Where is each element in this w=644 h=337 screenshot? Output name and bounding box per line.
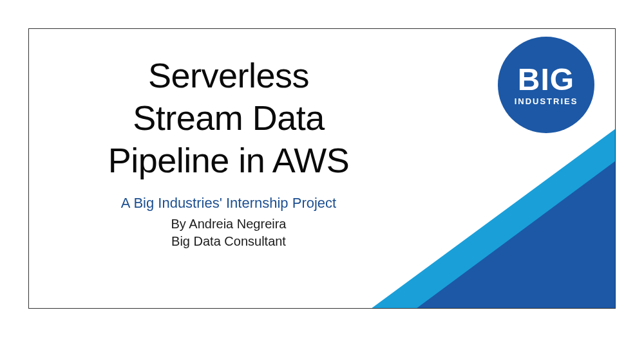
- slide-frame: BIG INDUSTRIES Serverless Stream Data Pi…: [28, 28, 616, 309]
- slide-author: By Andreia Negreira: [29, 217, 428, 232]
- slide-title: Serverless Stream Data Pipeline in AWS: [29, 55, 428, 182]
- title-line-3: Pipeline in AWS: [108, 141, 350, 179]
- logo-text-sub: INDUSTRIES: [515, 96, 578, 106]
- decorative-triangle-front: [416, 161, 616, 309]
- slide-content: Serverless Stream Data Pipeline in AWS A…: [29, 55, 428, 249]
- title-line-1: Serverless: [148, 56, 309, 95]
- title-line-2: Stream Data: [133, 98, 325, 137]
- slide-role: Big Data Consultant: [29, 234, 428, 249]
- logo-text-main: BIG: [518, 64, 574, 95]
- company-logo: BIG INDUSTRIES: [498, 37, 594, 133]
- slide-subtitle: A Big Industries' Internship Project: [29, 195, 428, 212]
